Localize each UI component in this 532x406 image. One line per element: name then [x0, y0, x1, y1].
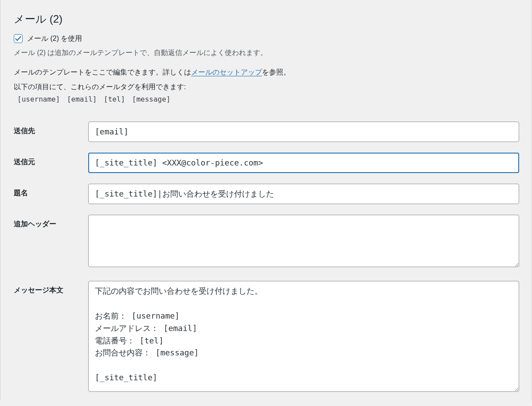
additional-headers-label: 追加ヘッダー [14, 220, 56, 228]
to-input[interactable] [88, 122, 519, 142]
mail-tags-note: 以下の項目にて、これらのメールタグを利用できます: [8, 79, 524, 93]
message-body-label: メッセージ本文 [14, 286, 63, 294]
mail-fields-table: 送信先 送信元 題名 追加ヘッダー メッセージ本文 [8, 116, 524, 400]
from-label: 送信元 [14, 158, 35, 166]
mail-2-description: メール (2) は追加のメールテンプレートで、自動返信メールによく使われます。 [8, 46, 524, 59]
subject-label: 題名 [14, 189, 28, 197]
to-label: 送信先 [14, 127, 35, 134]
message-body-textarea[interactable] [88, 281, 519, 392]
mail-setup-link[interactable]: メールのセットアップ [191, 68, 262, 76]
mail-2-panel: メール (2) メール (2) を使用 メール (2) は追加のメールテンプレー… [0, 0, 532, 400]
template-intro: メールのテンプレートをここで編集できます。詳しくはメールのセットアップを参照。 [8, 59, 524, 79]
use-mail-2-row: メール (2) を使用 [8, 31, 524, 46]
use-mail-2-checkbox[interactable] [14, 34, 23, 43]
intro-before: メールのテンプレートをここで編集できます。詳しくは [14, 68, 191, 76]
use-mail-2-label: メール (2) を使用 [27, 33, 82, 44]
from-input[interactable] [88, 153, 519, 173]
additional-headers-textarea[interactable] [88, 215, 519, 267]
section-title: メール (2) [8, 0, 524, 31]
check-icon [15, 35, 22, 42]
subject-input[interactable] [88, 184, 519, 204]
intro-after: を参照。 [262, 68, 290, 76]
mail-tags-list: [username] [email] [tel] [message] [8, 93, 524, 109]
